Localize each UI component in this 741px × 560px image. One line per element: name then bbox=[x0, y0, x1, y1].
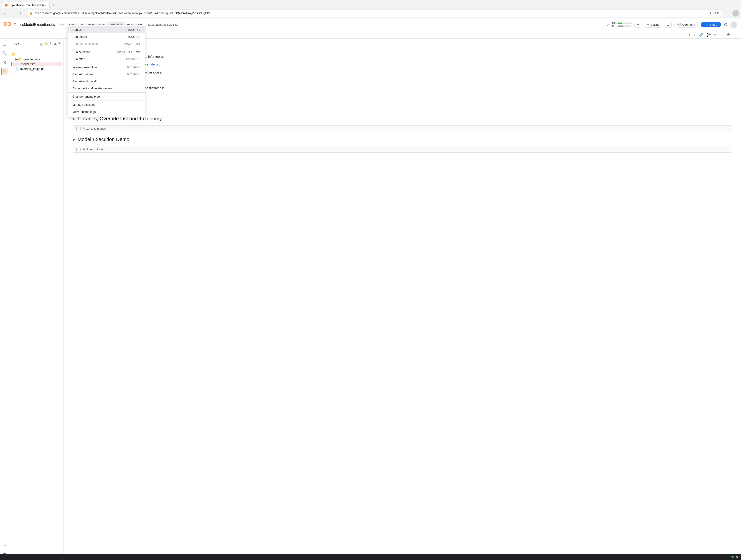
sidebar-toc-icon[interactable]: ☰ bbox=[1, 41, 8, 48]
ram-disk-indicator[interactable]: RAM Disk bbox=[612, 22, 632, 27]
header-right: ✓ RAM Disk ▼ ✏ Editing ▲ 💬 Comment bbox=[607, 21, 737, 28]
link-button[interactable]: 🔗 bbox=[698, 32, 704, 37]
menu-button[interactable]: ☰ bbox=[724, 10, 731, 16]
url-bar[interactable]: 🔒 colab.research.google.com/drive/1Fk1lZ… bbox=[26, 10, 722, 17]
colab-logo: CO bbox=[4, 21, 11, 28]
section3-title: Model Execution Demo bbox=[78, 137, 129, 142]
people-icon: 👥 bbox=[704, 23, 708, 26]
edit-button[interactable]: ✏ bbox=[713, 32, 718, 37]
restart-shortcut: ⌘/Ctrl+M . bbox=[127, 73, 140, 76]
upload-file-icon[interactable]: ⊕ bbox=[40, 42, 44, 47]
share-button[interactable]: 👥 Share bbox=[701, 22, 721, 27]
menu-run-after[interactable]: Run after ⌘/Ctrl+F10 bbox=[68, 56, 145, 63]
run-selection-label: Run selection bbox=[72, 50, 90, 54]
comment-cell-button[interactable]: 💬 bbox=[705, 32, 712, 37]
cell-bracket-1: [ ] bbox=[76, 127, 81, 130]
reload-button[interactable]: ↻ bbox=[18, 10, 24, 16]
hide-sidebar-icon[interactable]: 👁 bbox=[58, 42, 61, 47]
back-button[interactable]: ← bbox=[2, 10, 8, 16]
checkmark-icon: ✓ bbox=[607, 23, 609, 27]
disk-fill bbox=[618, 25, 623, 27]
extension-icon[interactable]: ⊞ bbox=[717, 12, 719, 15]
tab-favicon bbox=[5, 4, 8, 7]
menu-run-all[interactable]: Run all ⌘/Ctrl+F9 bbox=[68, 26, 145, 33]
new-folder-icon[interactable]: 📁 bbox=[44, 42, 49, 47]
star-icon[interactable]: ☆ bbox=[61, 22, 64, 27]
restart-label: Restart runtime bbox=[72, 73, 92, 76]
file-name-sample: sample_data bbox=[23, 58, 40, 61]
cells-hidden-1[interactable]: [ ] ↳ 10 cells hidden bbox=[73, 125, 732, 132]
move-down-button[interactable]: ↓ bbox=[692, 32, 697, 37]
menu-section-5: Manage sessions View runtime logs bbox=[68, 101, 145, 116]
menu-change-runtime[interactable]: Change runtime type bbox=[68, 93, 145, 100]
run-after-label: Run after bbox=[72, 57, 84, 61]
menu-section-4: Change runtime type bbox=[68, 93, 145, 101]
section2-header[interactable]: ▶ Libraries, Override List and Taxonomy bbox=[73, 116, 732, 122]
settings-icon[interactable]: ⚙ bbox=[724, 22, 728, 27]
move-up-button[interactable]: ↑ bbox=[687, 32, 692, 37]
cells-hidden-count-2: ↳ 3 cells hidden bbox=[83, 148, 104, 151]
main-section-title: el Execution Demo bbox=[73, 43, 732, 51]
run-focused-shortcut: ⌘/Ctrl+Enter bbox=[124, 42, 140, 46]
menu-manage-sessions[interactable]: Manage sessions bbox=[68, 101, 145, 108]
file-row-override[interactable]: 📄 override_list.pb.gz bbox=[11, 66, 62, 71]
override-list-link[interactable]: override list bbox=[143, 63, 160, 66]
refresh-icon[interactable]: ↻ bbox=[50, 42, 53, 47]
profile-icon[interactable]: OT bbox=[713, 12, 716, 15]
cells-hidden-2[interactable]: [ ] ↳ 3 cells hidden bbox=[73, 146, 732, 153]
bookmark-icon[interactable]: ★ bbox=[710, 12, 712, 15]
manage-sessions-label: Manage sessions bbox=[72, 103, 95, 106]
file-icon-model: 📄 bbox=[16, 63, 19, 66]
forward-button[interactable]: → bbox=[10, 10, 16, 16]
section3-header[interactable]: ▶ Model Execution Demo bbox=[73, 137, 732, 142]
menu-restart-run-all[interactable]: Restart and run all bbox=[68, 78, 145, 85]
tab-close-button[interactable]: × bbox=[45, 4, 47, 7]
file-row-model[interactable]: 📄 model.tflite bbox=[11, 62, 62, 66]
comment-button[interactable]: 💬 Comment bbox=[674, 22, 698, 27]
cloud-upload-icon[interactable]: ☁ bbox=[54, 42, 57, 47]
user-avatar[interactable] bbox=[732, 10, 739, 17]
content-paragraph5: list. This is in the same directory as t… bbox=[73, 86, 732, 90]
content-area: el Execution Demo o load the TensorFlow … bbox=[64, 39, 741, 560]
file-icon-override: 📄 bbox=[15, 67, 19, 71]
menu-run-selection[interactable]: Run selection ⌘/Ctrl+Shift+Enter bbox=[68, 49, 145, 56]
folder-icon-parent: 📁 bbox=[12, 52, 16, 56]
section3-arrow: ▶ bbox=[73, 138, 75, 141]
tab-title: TopicsModelExecution.ipynb bbox=[9, 4, 44, 7]
last-saved: Last saved at 1:27 PM bbox=[148, 23, 178, 26]
editing-button[interactable]: ✏ Editing bbox=[644, 22, 662, 27]
sidebar-variables-icon[interactable]: {x} bbox=[1, 59, 8, 66]
menu-run-before[interactable]: Run before ⌘/Ctrl+F8 bbox=[68, 33, 145, 40]
file-row-sample[interactable]: ▶📁 sample_data bbox=[11, 57, 62, 62]
content-paragraph4: then click the upload icon. bbox=[73, 78, 732, 83]
file-row-parent[interactable]: 📁 .. bbox=[11, 52, 62, 57]
menu-run-focused: Run the focused cell ⌘/Ctrl+Enter bbox=[68, 40, 145, 47]
new-tab-button[interactable]: + bbox=[51, 2, 57, 8]
interrupt-label: Interrupt execution bbox=[72, 66, 97, 69]
share-label: Share bbox=[710, 23, 717, 26]
menu-interrupt[interactable]: Interrupt execution ⌘/Ctrl+M I bbox=[68, 64, 145, 71]
ram-row: RAM bbox=[612, 22, 632, 24]
file-name-override: override_list.pb.gz bbox=[20, 67, 44, 71]
sidebar-code-icon[interactable]: <> bbox=[1, 542, 8, 549]
runtime-dropdown-menu: Run all ⌘/Ctrl+F9 Run before ⌘/Ctrl+F8 R… bbox=[68, 24, 145, 117]
expand-button[interactable]: ▼ bbox=[634, 22, 641, 27]
user-avatar-header[interactable] bbox=[731, 21, 737, 28]
content-paragraph6: model file provides more detailed instru… bbox=[73, 101, 732, 106]
insert-below-button[interactable]: ⊞ bbox=[719, 32, 725, 37]
menu-disconnect-delete[interactable]: Disconnect and delete runtime bbox=[68, 85, 145, 92]
para2-end: : bbox=[160, 63, 161, 66]
sidebar-files-icon[interactable]: 📁 bbox=[1, 68, 8, 75]
active-tab[interactable]: TopicsModelExecution.ipynb × bbox=[2, 2, 50, 8]
menu-section-2: Run selection ⌘/Ctrl+Shift+Enter Run aft… bbox=[68, 48, 145, 63]
url-bar-icons: ★ OT ⊞ bbox=[710, 12, 719, 15]
notification-close-button[interactable]: ✕ bbox=[736, 555, 738, 559]
sidebar-search-icon[interactable]: 🔍 bbox=[1, 50, 8, 57]
collapse-button[interactable]: ▲ bbox=[665, 22, 672, 27]
run-before-label: Run before bbox=[72, 35, 87, 38]
more-options-button[interactable]: ⋮ bbox=[732, 32, 738, 37]
delete-cell-button[interactable]: 🗑 bbox=[726, 32, 731, 37]
menu-view-runtime-logs[interactable]: View runtime logs bbox=[68, 108, 145, 115]
menu-restart[interactable]: Restart runtime ⌘/Ctrl+M . bbox=[68, 71, 145, 78]
content-paragraph5b: .gz . bbox=[73, 93, 732, 98]
